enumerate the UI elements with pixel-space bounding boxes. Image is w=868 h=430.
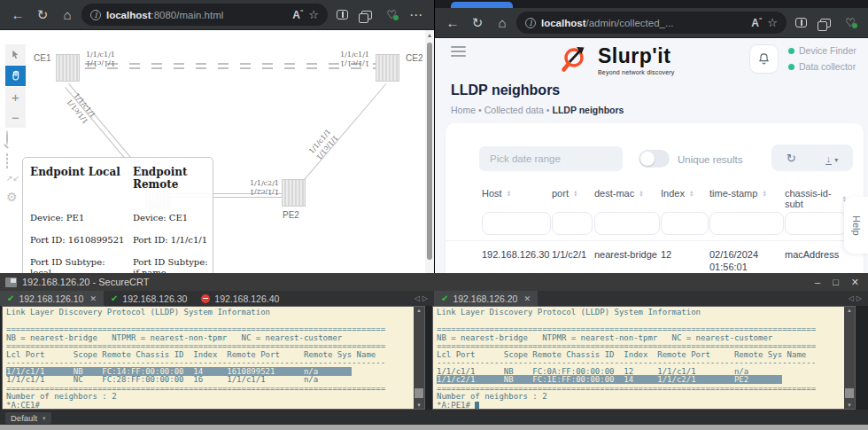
collections-icon[interactable] [815, 12, 836, 34]
slurpit-page: Slurp'it Beyond network discovery Device… [435, 38, 868, 273]
sort-icon[interactable]: ▲▼ [639, 190, 643, 198]
node-ce1[interactable] [56, 54, 80, 82]
read-aloud-icon[interactable]: Aʺ [751, 17, 762, 29]
address-bar[interactable]: i localhost/admin/collected_... Aʺ ☆ [516, 12, 787, 34]
date-range-input[interactable] [479, 146, 623, 171]
column-header-dest-mac[interactable]: dest-mac▲▼ [594, 188, 660, 199]
zoom-in-button[interactable]: + [5, 87, 26, 107]
back-icon[interactable]: ← [7, 4, 28, 26]
read-aloud-icon[interactable]: Aʺ [292, 9, 303, 21]
breadcrumb-collected-data[interactable]: Collected data [484, 105, 544, 115]
breadcrumb-home[interactable]: Home [451, 105, 476, 115]
browser-essentials-icon[interactable]: ♡ [381, 4, 402, 26]
address-bar[interactable]: i localhost:8080/main.html Aʺ ☆ [81, 4, 328, 26]
scroll-up-icon[interactable]: ▲ [844, 308, 855, 313]
link-label-flipped: 1/1/c2/1 [250, 188, 279, 195]
connected-icon: ✔ [7, 293, 14, 303]
scroll-down-icon[interactable]: ▼ [844, 403, 855, 408]
scrollbar-thumb[interactable] [415, 388, 423, 398]
help-tab[interactable]: Help [844, 197, 868, 254]
column-header-chassis-id-subt[interactable]: chassis-id-subt▲▼ [785, 188, 847, 209]
terminal-scrollbar[interactable]: ▲ ▼ [414, 307, 424, 409]
settings-gear-icon[interactable]: ⚙ [6, 190, 18, 204]
favorite-icon[interactable]: ☆ [308, 8, 319, 21]
back-icon[interactable]: ← [442, 12, 463, 34]
table-filter-input[interactable] [785, 212, 847, 235]
site-info-icon[interactable]: i [525, 18, 536, 28]
terminal-window-title: 192.168.126.20 - SecureCRT [22, 277, 150, 287]
page-scrollbar[interactable]: ▲ [425, 30, 434, 273]
close-icon[interactable]: ✕ [851, 277, 859, 288]
table-filter-input[interactable] [594, 212, 660, 235]
home-icon[interactable]: ⌂ [492, 12, 513, 34]
session-tab-126-30[interactable]: ✔ 192.168.126.30 [104, 291, 194, 306]
split-screen-icon[interactable] [331, 4, 353, 26]
column-header-time-stamp[interactable]: time-stamp▲▼ [709, 188, 784, 199]
node-pe2[interactable] [282, 179, 306, 207]
scrollbar-thumb[interactable] [427, 43, 432, 260]
resize-arrows-icon[interactable]: ↗↙ [6, 174, 19, 183]
node-ce2[interactable] [376, 54, 399, 82]
table-filter-input[interactable] [552, 212, 593, 235]
session-profile-dropdown[interactable]: Default▾ [5, 412, 51, 424]
pointer-tool-button[interactable] [5, 44, 26, 65]
fit-view-icon[interactable] [6, 154, 8, 168]
link-tooltip: Endpoint Local Endpoint Remote Device: P… [22, 157, 213, 273]
link-ce2-pe2[interactable] [301, 83, 386, 183]
scroll-up-icon[interactable]: ▲ [425, 32, 434, 38]
table-filter-input[interactable] [482, 212, 551, 235]
tab-scroll-arrows[interactable]: ◁▷ [849, 294, 864, 302]
sort-icon[interactable]: ▲▼ [507, 190, 511, 198]
terminal-scrollbar[interactable]: ▲ ▼ [844, 307, 855, 409]
tab-scroll-arrows[interactable]: ◁▷ [415, 294, 430, 302]
sort-icon[interactable]: ▲▼ [762, 190, 766, 198]
refresh-icon[interactable]: ↻ [32, 4, 53, 26]
terminal-titlebar[interactable]: 192.168.126.20 - SecureCRT – □ ✕ [0, 273, 868, 291]
browser-essentials-icon[interactable]: ♡ [840, 12, 861, 34]
site-info-icon[interactable]: i [90, 10, 101, 20]
unique-results-toggle[interactable] [639, 150, 670, 168]
sort-icon[interactable]: ▲▼ [573, 190, 577, 198]
terminal-pane-right[interactable]: Link Layer Discovery Protocol (LLDP) Sys… [432, 306, 856, 410]
table-filter-row [446, 210, 864, 238]
refresh-icon[interactable]: ↻ [467, 12, 488, 34]
minimize-icon[interactable]: – [815, 277, 820, 288]
scroll-down-icon[interactable]: ▼ [414, 403, 424, 408]
tooltip-local-device: Device: PE1 [30, 213, 126, 223]
column-header-Host[interactable]: Host▲▼ [482, 188, 551, 199]
favorite-icon[interactable]: ☆ [767, 16, 778, 29]
table-data-row[interactable]: 192.168.126.301/1/c2/1nearest-bridge1202… [446, 240, 864, 273]
zoom-out-button[interactable]: − [5, 107, 26, 128]
link-label: 1/1/c1/1 [340, 51, 369, 59]
maximize-icon[interactable]: □ [833, 277, 839, 288]
browser-tab[interactable] [451, 2, 513, 8]
column-header-port[interactable]: port▲▼ [552, 188, 593, 199]
zoom-select-icon[interactable] [6, 131, 8, 145]
scrollbar-thumb[interactable] [845, 388, 854, 398]
hand-tool-button[interactable] [5, 66, 26, 86]
table-filter-input[interactable] [661, 212, 709, 235]
more-menu-icon[interactable]: ⋯ [406, 4, 427, 26]
download-button[interactable]: ↓▾ [825, 150, 839, 166]
browser-window-left: ← ↻ ⌂ i localhost:8080/main.html Aʺ ☆ ♡ … [0, 0, 434, 273]
link-ce1-ce2-2[interactable] [85, 67, 376, 69]
terminal-pane-left[interactable]: Link Layer Discovery Protocol (LLDP) Sys… [2, 306, 425, 410]
column-header-Index[interactable]: Index▲▼ [661, 188, 709, 199]
collections-icon[interactable] [356, 4, 377, 26]
session-tab-126-20[interactable]: ✔ 192.168.126.20 ✕ [434, 291, 538, 306]
split-screen-icon[interactable] [790, 12, 811, 34]
home-icon[interactable]: ⌂ [57, 4, 78, 26]
close-tab-icon[interactable]: ✕ [523, 294, 531, 303]
session-tab-126-40[interactable]: 192.168.126.40 [194, 291, 286, 306]
session-tab-126-10[interactable]: ✔ 192.168.126.10 ✕ [0, 291, 104, 306]
window-bottom-edge [0, 425, 868, 430]
reload-table-button[interactable]: ↻ [787, 152, 796, 165]
sort-icon[interactable]: ▲▼ [689, 190, 694, 198]
link-ce1-ce2[interactable] [85, 63, 376, 65]
hamburger-menu-icon[interactable] [451, 46, 466, 59]
close-tab-icon[interactable]: ✕ [89, 294, 97, 303]
scroll-up-icon[interactable]: ▲ [414, 308, 424, 313]
notifications-button[interactable] [749, 44, 779, 74]
table-filter-input[interactable] [709, 212, 784, 235]
disconnected-icon [201, 294, 210, 303]
